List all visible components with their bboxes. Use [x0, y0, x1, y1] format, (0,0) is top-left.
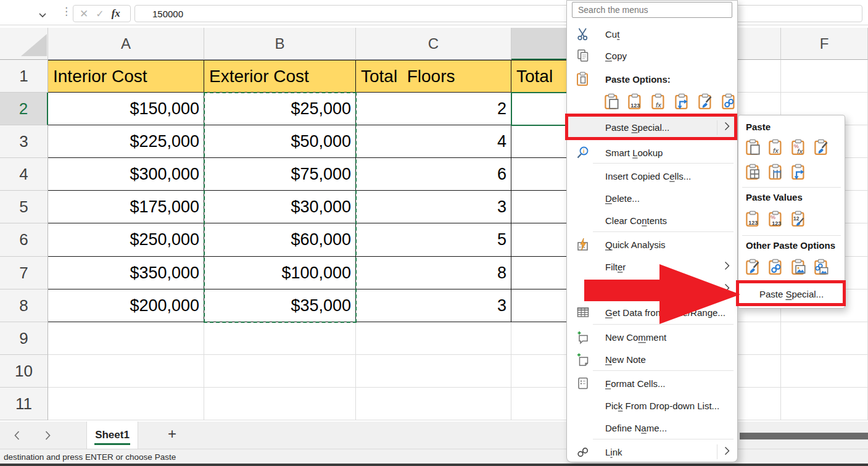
select-all-corner[interactable]	[0, 28, 48, 60]
prev-sheet-icon[interactable]	[10, 429, 23, 441]
col-header-C[interactable]: C	[356, 28, 511, 60]
grip-dots-icon[interactable]: ⋮	[61, 5, 72, 18]
cell-A7[interactable]: $350,000	[48, 257, 204, 289]
svg-text:fx: fx	[797, 148, 803, 155]
cell-B9[interactable]	[204, 322, 356, 355]
menu-item-quick-analysis[interactable]: Quick Analysis	[568, 233, 737, 256]
row-header-9[interactable]: 9	[0, 322, 48, 355]
row-header-7[interactable]: 7	[0, 257, 48, 289]
cell-A8[interactable]: $200,000	[48, 289, 204, 322]
menu-item-pick-from-drop-down[interactable]: Pick From Drop-down List...	[568, 394, 737, 417]
cell-B11[interactable]	[204, 388, 356, 420]
menu-item-new-comment[interactable]: New Comment	[568, 326, 737, 348]
name-box-chevron-icon[interactable]	[38, 9, 47, 20]
submenu-paste-icon[interactable]	[745, 139, 761, 156]
col-header-B[interactable]: B	[204, 28, 356, 60]
cell-F1[interactable]	[781, 60, 868, 93]
cell-C9[interactable]	[356, 322, 511, 355]
menu-separator	[593, 439, 734, 439]
chevron-right-icon	[724, 446, 730, 457]
cell-A11[interactable]	[48, 388, 204, 420]
name-box[interactable]	[0, 5, 57, 22]
row-header-4[interactable]: 4	[0, 158, 48, 191]
cell-A6[interactable]: $250,000	[48, 223, 204, 257]
menu-item-smart-lookup[interactable]: iSmart Lookup	[568, 141, 737, 164]
cell-F10[interactable]	[781, 355, 868, 388]
submenu-values-formatting-icon[interactable]: 12	[790, 210, 807, 227]
cell-C6[interactable]: 5	[356, 223, 511, 257]
cell-C2[interactable]: 2	[356, 93, 511, 125]
row-header-11[interactable]: 11	[0, 388, 48, 420]
cell-A3[interactable]: $225,000	[48, 125, 204, 158]
cell-F9[interactable]	[781, 322, 868, 355]
col-header-A[interactable]: A	[48, 28, 204, 60]
cell-B1[interactable]: Exterior Cost	[204, 60, 356, 93]
col-header-F[interactable]: F	[781, 28, 868, 60]
cancel-icon[interactable]: ✕	[80, 7, 88, 20]
menu-item-new-note[interactable]: New Note	[568, 348, 737, 370]
submenu-paste-formulas-number-icon[interactable]: %fx	[790, 139, 807, 156]
add-sheet-icon[interactable]: +	[168, 425, 176, 443]
menu-item-filter[interactable]: Filter	[568, 256, 737, 278]
tab-sheet1-label: Sheet1	[95, 429, 130, 441]
paste-option-paste-formatting-icon[interactable]	[697, 93, 714, 110]
submenu-linked-picture-icon[interactable]	[813, 259, 830, 275]
submenu-paste-keep-formatting-icon[interactable]	[813, 139, 830, 156]
menu-item-format-cells[interactable]: Format Cells...	[568, 372, 737, 394]
menu-item-paste-options[interactable]: Paste Options:	[568, 68, 737, 90]
menu-item-delete[interactable]: Delete...	[568, 187, 737, 209]
cell-B10[interactable]	[204, 355, 356, 388]
cell-C3[interactable]: 4	[356, 125, 511, 158]
cell-F11[interactable]	[781, 388, 868, 420]
cell-A2[interactable]: $150,000	[48, 93, 204, 125]
cell-C1[interactable]: Total Floors	[356, 60, 511, 93]
paste-option-paste-transpose-icon[interactable]	[674, 93, 690, 110]
cell-C7[interactable]: 8	[356, 257, 511, 289]
cell-A5[interactable]: $175,000	[48, 191, 204, 223]
paste-option-paste-link-icon[interactable]	[721, 93, 737, 110]
submenu-section-title: Other Paste Options	[746, 240, 835, 251]
row-header-5[interactable]: 5	[0, 191, 48, 223]
submenu-picture-icon[interactable]	[790, 259, 807, 275]
formula-input[interactable]: 150000	[134, 5, 862, 22]
paste-option-paste-icon[interactable]	[603, 93, 620, 110]
cell-C5[interactable]: 3	[356, 191, 511, 223]
submenu-paste-column-widths-icon[interactable]	[767, 164, 784, 180]
cell-C4[interactable]: 6	[356, 158, 511, 191]
submenu-values-123-icon[interactable]: 123	[745, 210, 761, 227]
row-header-3[interactable]: 3	[0, 125, 48, 158]
row-header-10[interactable]: 10	[0, 355, 48, 388]
cell-C10[interactable]	[356, 355, 511, 388]
submenu-paste-formulas-icon[interactable]: fx	[767, 139, 784, 156]
enter-icon[interactable]: ✓	[96, 8, 104, 20]
quick-analysis-icon	[576, 237, 590, 252]
cell-A10[interactable]	[48, 355, 204, 388]
menu-item-cut[interactable]: Cut	[568, 23, 737, 45]
row-header-1[interactable]: 1	[0, 60, 48, 93]
submenu-paste-no-borders-icon[interactable]	[745, 164, 761, 180]
submenu-formatting-icon[interactable]	[745, 259, 761, 275]
menu-item-copy[interactable]: Copy	[568, 44, 737, 67]
insert-function-icon[interactable]: fx	[112, 7, 120, 20]
cell-A4[interactable]: $300,000	[48, 158, 204, 191]
next-sheet-icon[interactable]	[41, 429, 54, 441]
paste-option-paste-values-icon[interactable]: 123	[627, 93, 643, 110]
menu-item-define-name[interactable]: Define Name...	[568, 417, 737, 439]
cell-C8[interactable]: 3	[356, 289, 511, 322]
menu-item-insert-copied-cells[interactable]: Insert Copied Cells...	[568, 165, 737, 187]
cell-A9[interactable]	[48, 322, 204, 355]
menu-item-clear-contents[interactable]: Clear Contents	[568, 209, 737, 231]
tab-sheet1[interactable]: Sheet1	[86, 422, 138, 449]
cell-C11[interactable]	[356, 388, 511, 420]
horizontal-scrollbar[interactable]	[740, 433, 868, 439]
row-header-2[interactable]: 2	[0, 93, 48, 125]
paste-option-paste-formulas-icon[interactable]: fx	[650, 93, 667, 110]
row-header-6[interactable]: 6	[0, 223, 48, 257]
row-header-8[interactable]: 8	[0, 289, 48, 322]
cell-A1[interactable]: Interior Cost	[48, 60, 204, 93]
search-input[interactable]	[572, 2, 732, 18]
menu-item-link[interactable]: Link	[568, 441, 737, 463]
submenu-paste-transpose-icon[interactable]	[790, 164, 807, 180]
submenu-paste-link-icon[interactable]	[767, 259, 784, 275]
submenu-values-number-icon[interactable]: %123	[767, 210, 784, 227]
